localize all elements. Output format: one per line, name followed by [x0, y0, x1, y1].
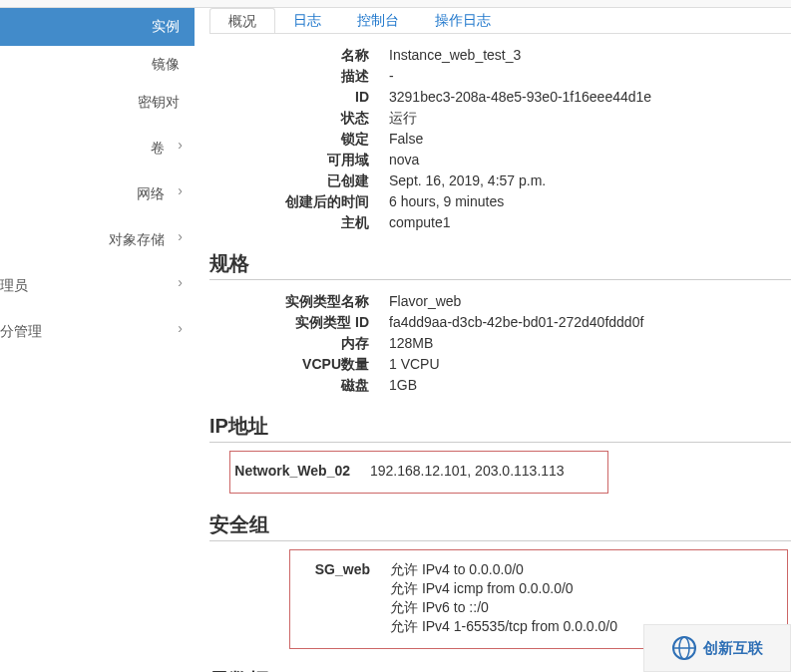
sidebar-item-label: 对象存储: [109, 231, 165, 247]
value-flavor-id: fa4dd9aa-d3cb-42be-bd01-272d40fddd0f: [389, 313, 791, 332]
chevron-right-icon: ›: [178, 228, 183, 244]
label-ram: 内存: [229, 334, 389, 353]
sidebar-item-label: 卷: [151, 140, 165, 156]
tab-label: 日志: [293, 12, 321, 28]
tab-overview[interactable]: 概况: [209, 8, 275, 34]
label-flavor-id: 实例类型 ID: [229, 313, 389, 332]
label-host: 主机: [229, 213, 389, 232]
overview-block: 名称Instance_web_test_3 描述- ID3291bec3-208…: [229, 46, 791, 232]
tabs: 概况 日志 控制台 操作日志: [209, 8, 791, 34]
label-desc: 描述: [229, 67, 389, 86]
label-secgroup: SG_web: [290, 560, 390, 636]
sidebar-item-label: 密钥对: [138, 94, 180, 110]
chevron-right-icon: ›: [178, 320, 183, 336]
value-desc: -: [389, 67, 791, 86]
sidebar-item-admin[interactable]: 理员 ›: [0, 259, 195, 305]
heading-ip: IP地址: [209, 413, 791, 443]
main-content: 概况 日志 控制台 操作日志 名称Instance_web_test_3 描述-…: [195, 8, 791, 672]
secgroup-rule: 允许 IPv4 to 0.0.0.0/0: [390, 560, 787, 579]
secgroup-rule: 允许 IPv6 to ::/0: [390, 598, 787, 617]
sidebar-item-label: 理员: [0, 277, 28, 293]
label-disk: 磁盘: [229, 376, 389, 395]
value-status: 运行: [389, 109, 791, 128]
value-vcpu: 1 VCPU: [389, 355, 791, 374]
chevron-right-icon: ›: [178, 274, 183, 290]
value-host: compute1: [389, 213, 791, 232]
sidebar: 实例 镜像 密钥对 卷 › 网络 › 对象存储 › 理员 › 分管理 ›: [0, 8, 195, 672]
sidebar-item-identity[interactable]: 分管理 ›: [0, 305, 195, 351]
sidebar-item-instances[interactable]: 实例: [0, 8, 195, 46]
value-ram: 128MB: [389, 334, 791, 353]
tab-underline: [209, 33, 791, 34]
tab-console[interactable]: 控制台: [339, 8, 417, 34]
value-disk: 1GB: [389, 376, 791, 395]
label-locked: 锁定: [229, 130, 389, 149]
label-name: 名称: [229, 46, 389, 65]
heading-secgroup: 安全组: [209, 511, 791, 541]
sidebar-item-object-store[interactable]: 对象存储 ›: [0, 213, 195, 259]
value-ip-addresses: 192.168.12.101, 203.0.113.113: [370, 462, 607, 481]
label-network: Network_Web_02: [230, 462, 370, 481]
value-flavor-name: Flavor_web: [389, 292, 791, 311]
tab-action-log[interactable]: 操作日志: [417, 8, 509, 34]
watermark-text: 创新互联: [703, 639, 763, 658]
sidebar-item-label: 分管理: [0, 323, 42, 339]
sidebar-item-label: 网络: [137, 185, 165, 201]
spec-block: 实例类型名称Flavor_web 实例类型 IDfa4dd9aa-d3cb-42…: [229, 292, 791, 395]
sidebar-item-keypairs[interactable]: 密钥对: [0, 84, 195, 122]
topbar: [0, 0, 791, 8]
chevron-right-icon: ›: [178, 182, 183, 198]
value-locked: False: [389, 130, 791, 149]
sidebar-item-volumes[interactable]: 卷 ›: [0, 122, 195, 168]
globe-icon: [671, 635, 697, 661]
tab-label: 概况: [228, 13, 256, 29]
chevron-right-icon: ›: [178, 137, 183, 153]
value-id: 3291bec3-208a-48e5-93e0-1f16eee44d1e: [389, 88, 791, 107]
secgroup-rule: 允许 IPv4 icmp from 0.0.0.0/0: [390, 579, 787, 598]
label-status: 状态: [229, 109, 389, 128]
sidebar-item-label: 镜像: [152, 56, 180, 72]
value-name: Instance_web_test_3: [389, 46, 791, 65]
value-created: Sept. 16, 2019, 4:57 p.m.: [389, 171, 791, 190]
sidebar-item-label: 实例: [152, 18, 180, 34]
label-flavor-name: 实例类型名称: [229, 292, 389, 311]
label-az: 可用域: [229, 151, 389, 169]
label-created: 已创建: [229, 171, 389, 190]
value-uptime: 6 hours, 9 minutes: [389, 192, 791, 211]
heading-spec: 规格: [209, 250, 791, 280]
tab-label: 控制台: [357, 12, 399, 28]
label-id: ID: [229, 88, 389, 107]
ip-box: Network_Web_02192.168.12.101, 203.0.113.…: [229, 451, 608, 494]
tab-label: 操作日志: [435, 12, 491, 28]
sidebar-item-images[interactable]: 镜像: [0, 46, 195, 84]
label-vcpu: VCPU数量: [229, 355, 389, 374]
value-az: nova: [389, 151, 791, 169]
label-uptime: 创建后的时间: [229, 192, 389, 211]
tab-log[interactable]: 日志: [275, 8, 339, 34]
watermark-logo: 创新互联: [671, 635, 763, 661]
watermark: 创新互联: [643, 624, 791, 672]
sidebar-item-network[interactable]: 网络 ›: [0, 168, 195, 213]
